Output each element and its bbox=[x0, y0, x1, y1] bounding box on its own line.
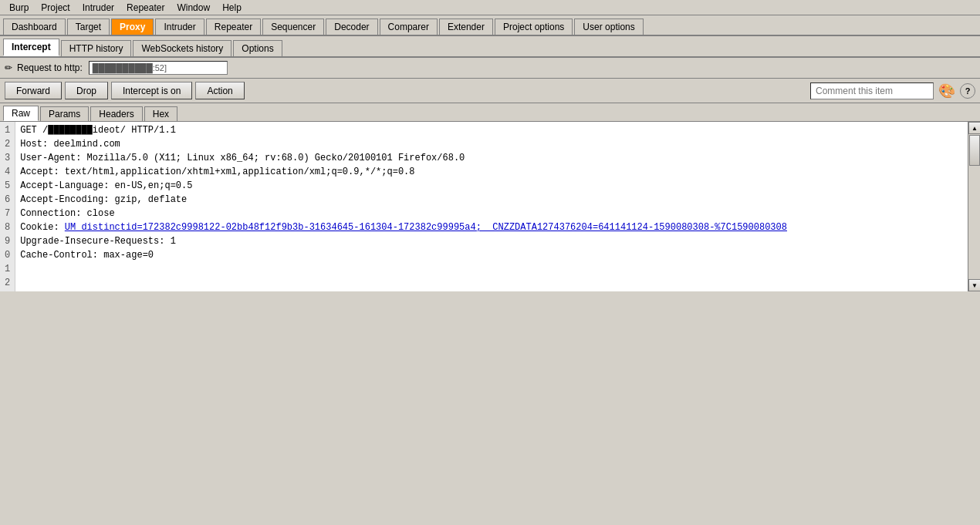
intercept-toggle-button[interactable]: Intercept is on bbox=[111, 82, 192, 99]
tab-headers[interactable]: Headers bbox=[90, 106, 142, 121]
request-bar: ✏ Request to http: ██████████:52] bbox=[0, 58, 980, 79]
drop-button[interactable]: Drop bbox=[65, 82, 108, 99]
menu-project[interactable]: Project bbox=[35, 2, 76, 14]
scroll-thumb[interactable] bbox=[969, 135, 980, 166]
content-tab-bar: Raw Params Headers Hex bbox=[0, 103, 980, 122]
content-area: 1 2 3 4 5 6 7 8 9 0 1 2 GET /████████ide… bbox=[0, 122, 980, 291]
scroll-down-button[interactable]: ▼ bbox=[968, 279, 980, 291]
url-display: ██████████:52] bbox=[89, 61, 228, 75]
scroll-track[interactable] bbox=[968, 134, 980, 279]
tab-intruder[interactable]: Intruder bbox=[155, 19, 204, 35]
tab-proxy[interactable]: Proxy bbox=[111, 19, 154, 35]
tab-websockets-history[interactable]: WebSockets history bbox=[133, 40, 231, 56]
tab-extender[interactable]: Extender bbox=[439, 19, 493, 35]
cookie-value: UM_distinctid=172382c9998122-02bb48f12f9… bbox=[65, 222, 787, 233]
tab-user-options[interactable]: User options bbox=[574, 19, 643, 35]
request-body[interactable]: GET /████████ideot/ HTTP/1.1 Host: deelm… bbox=[15, 122, 968, 291]
vertical-scrollbar[interactable]: ▲ ▼ bbox=[968, 122, 980, 291]
forward-button[interactable]: Forward bbox=[5, 82, 62, 99]
top-tab-bar: Dashboard Target Proxy Intruder Repeater… bbox=[0, 15, 980, 36]
tab-raw[interactable]: Raw bbox=[3, 106, 39, 121]
menu-repeater[interactable]: Repeater bbox=[120, 2, 171, 14]
action-button[interactable]: Action bbox=[195, 82, 244, 99]
tab-params[interactable]: Params bbox=[40, 106, 89, 121]
tab-intercept[interactable]: Intercept bbox=[3, 39, 59, 56]
menu-window[interactable]: Window bbox=[171, 2, 216, 14]
comment-input[interactable] bbox=[810, 82, 934, 99]
scroll-up-button[interactable]: ▲ bbox=[968, 122, 980, 134]
menu-burp[interactable]: Burp bbox=[3, 2, 35, 14]
tab-target[interactable]: Target bbox=[67, 19, 110, 35]
help-button[interactable]: ? bbox=[960, 83, 975, 99]
color-picker-icon[interactable]: 🎨 bbox=[938, 82, 955, 99]
line-numbers: 1 2 3 4 5 6 7 8 9 0 1 2 bbox=[0, 122, 15, 291]
tab-dashboard[interactable]: Dashboard bbox=[3, 19, 66, 35]
tab-comparer[interactable]: Comparer bbox=[380, 19, 438, 35]
tab-http-history[interactable]: HTTP history bbox=[61, 40, 132, 56]
menu-intruder[interactable]: Intruder bbox=[76, 2, 120, 14]
tab-project-options[interactable]: Project options bbox=[495, 19, 573, 35]
tab-options[interactable]: Options bbox=[233, 40, 282, 56]
comment-area: 🎨 ? bbox=[810, 82, 975, 99]
menu-help[interactable]: Help bbox=[216, 2, 248, 14]
action-bar: Forward Drop Intercept is on Action 🎨 ? bbox=[0, 79, 980, 103]
menu-bar: Burp Project Intruder Repeater Window He… bbox=[0, 0, 980, 15]
tab-decoder[interactable]: Decoder bbox=[326, 19, 377, 35]
url-text: ██████████:52] bbox=[93, 63, 167, 72]
tab-repeater[interactable]: Repeater bbox=[206, 19, 261, 35]
pencil-icon: ✏ bbox=[5, 62, 12, 73]
secondary-tab-bar: Intercept HTTP history WebSockets histor… bbox=[0, 36, 980, 58]
tab-sequencer[interactable]: Sequencer bbox=[262, 19, 324, 35]
tab-hex[interactable]: Hex bbox=[144, 106, 177, 121]
request-label: Request to http: bbox=[17, 62, 83, 73]
